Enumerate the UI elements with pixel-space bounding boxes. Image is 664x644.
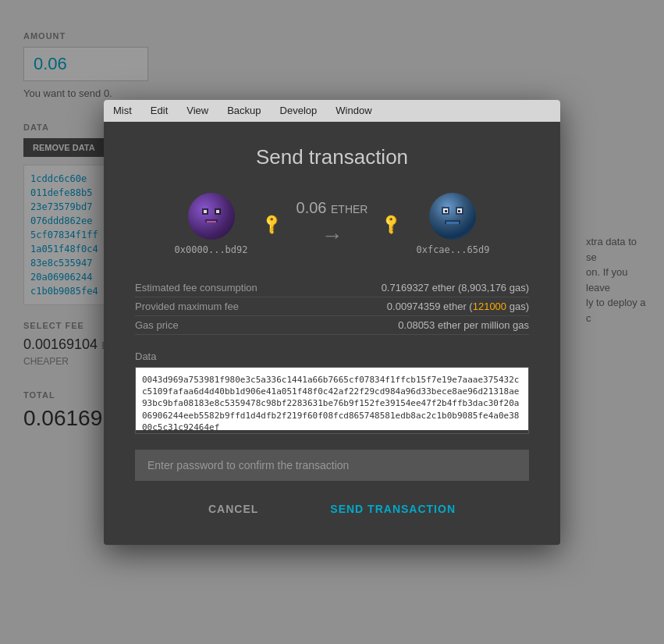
key-icon-right: 🔑 bbox=[380, 212, 404, 236]
to-address: 0xfcae...65d9 bbox=[416, 244, 489, 255]
svg-rect-3 bbox=[216, 210, 219, 213]
menu-window[interactable]: Window bbox=[332, 103, 375, 118]
to-avatar: 0xfcae...65d9 bbox=[416, 193, 489, 255]
fee-row-maximum: Provided maximum fee 0.00974359 ether (1… bbox=[135, 297, 529, 316]
from-avatar-circle bbox=[188, 193, 235, 240]
menu-mist[interactable]: Mist bbox=[110, 103, 135, 118]
menu-backup[interactable]: Backup bbox=[224, 103, 264, 118]
action-row: CANCEL SEND TRANSACTION bbox=[135, 496, 529, 521]
tx-middle: 0.06 ETHER → bbox=[296, 199, 368, 248]
send-transaction-button[interactable]: SEND TRANSACTION bbox=[318, 496, 468, 521]
modal-content: Send transaction bbox=[104, 122, 560, 545]
data-textarea[interactable] bbox=[136, 368, 528, 430]
from-address: 0x0000...bd92 bbox=[175, 244, 248, 255]
svg-rect-13 bbox=[446, 222, 459, 224]
menu-develop[interactable]: Develop bbox=[277, 103, 321, 118]
fee-maximum-label: Provided maximum fee bbox=[135, 301, 239, 312]
svg-rect-10 bbox=[445, 210, 447, 212]
fee-row-gas: Gas price 0.08053 ether per million gas bbox=[135, 316, 529, 335]
modal-title: Send transaction bbox=[135, 145, 529, 169]
data-section-label: Data bbox=[135, 350, 529, 362]
password-input[interactable] bbox=[135, 450, 529, 481]
fee-estimated-label: Estimated fee consumption bbox=[135, 282, 257, 294]
from-avatar: 0x0000...bd92 bbox=[175, 193, 248, 255]
fee-gas-label: Gas price bbox=[135, 319, 179, 331]
fee-row-estimated: Estimated fee consumption 0.7169327 ethe… bbox=[135, 279, 529, 297]
tx-arrow: → bbox=[321, 223, 343, 248]
menu-bar: Mist Edit View Backup Develop Window bbox=[104, 100, 560, 122]
fee-estimated-value: 0.7169327 ether (8,903,176 gas) bbox=[382, 282, 529, 294]
send-transaction-modal: Mist Edit View Backup Develop Window Sen… bbox=[104, 100, 560, 545]
data-section-modal: Data bbox=[135, 350, 529, 434]
fee-gas-value: 0.08053 ether per million gas bbox=[398, 319, 529, 331]
transaction-row: 0x0000...bd92 🔑 0.06 ETHER → 🔑 bbox=[135, 193, 529, 255]
menu-edit[interactable]: Edit bbox=[147, 103, 171, 118]
fee-maximum-value: 0.00974359 ether (121000 gas) bbox=[387, 301, 529, 312]
svg-rect-11 bbox=[458, 210, 460, 212]
data-scrollbar-container bbox=[135, 367, 529, 434]
cancel-button[interactable]: CANCEL bbox=[196, 496, 271, 521]
to-avatar-circle bbox=[429, 193, 476, 240]
key-icon-left: 🔑 bbox=[260, 212, 284, 236]
tx-amount: 0.06 ETHER bbox=[296, 199, 368, 217]
svg-rect-5 bbox=[207, 221, 216, 222]
fee-table: Estimated fee consumption 0.7169327 ethe… bbox=[135, 279, 529, 335]
modal-overlay: Mist Edit View Backup Develop Window Sen… bbox=[0, 0, 664, 644]
svg-rect-2 bbox=[204, 210, 207, 213]
menu-view[interactable]: View bbox=[183, 103, 211, 118]
